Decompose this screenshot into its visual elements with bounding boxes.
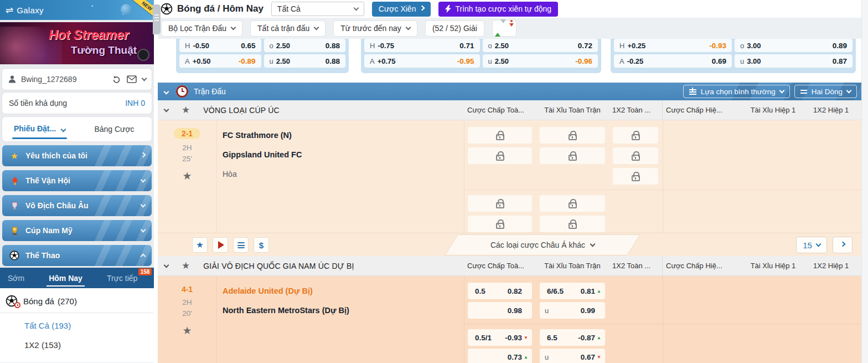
odds-button-hdp-away-line2[interactable]: 0.73▲ — [468, 349, 532, 363]
match-filter-dropdown[interactable]: Bộ Lọc Trận Đấu — [161, 21, 242, 37]
league-favorite-icon[interactable]: ★ — [182, 260, 190, 272]
home-team: FC Strathmore (N) — [223, 127, 464, 146]
refresh-icon[interactable] — [112, 75, 121, 84]
odds-cell[interactable]: H-0.500.65 — [179, 39, 261, 52]
sidebar-item-euro[interactable]: Vô Địch Châu Âu — [2, 195, 152, 216]
live-score: 2-1 — [174, 128, 200, 139]
odds-cell[interactable]: A-0.250.69 — [614, 54, 732, 68]
sort-mode-dropdown[interactable]: Lựa chọn bình thường — [683, 85, 790, 98]
league-name: VÒNG LOẠI CÚP ÚC — [203, 106, 280, 115]
swap-arrows-icon: ⇌ — [6, 4, 13, 16]
chevron-down-icon — [353, 6, 359, 11]
sidebar-item-olympics[interactable]: Thế Vận Hội — [2, 170, 152, 191]
tab-live[interactable]: Trực tiếp 158 — [99, 268, 146, 288]
sidebar-collapse-handle[interactable] — [153, 4, 161, 34]
odds-button-ou-over[interactable]: 6/6.50.81▲ — [540, 283, 605, 299]
display-lines-dropdown[interactable]: Hai Dòng — [794, 85, 857, 98]
section-title: Trận Đấu — [194, 87, 226, 96]
league-count-button[interactable]: (52 / 52) Giải — [425, 21, 484, 37]
banner-subtitle: Tường Thuật — [71, 44, 137, 57]
next-page-button[interactable] — [833, 237, 852, 253]
away-team: North Eastern MetroStars (Dự Bị) — [223, 302, 464, 321]
live-stream-button[interactable] — [213, 237, 228, 253]
odds-cell[interactable]: u3.000.87 — [735, 54, 852, 68]
brand-logo: Galaxy — [17, 6, 44, 15]
odds-cell[interactable]: H+0.25-0.93 — [614, 39, 732, 52]
favorite-button[interactable]: ★ — [192, 237, 208, 253]
away-team: Gippsland United FC — [223, 146, 464, 166]
odds-cell[interactable]: A+0.50-0.89 — [179, 54, 261, 68]
odds-cell[interactable]: o2.500.72 — [483, 39, 598, 52]
odds-button-ou-over-line2[interactable]: 6.5-0.87▲ — [540, 329, 605, 346]
league-collapse-icon[interactable] — [164, 106, 169, 112]
league-header: ★ VÒNG LOẠI CÚP ÚC Cược Chấp Toà... Tài … — [158, 100, 861, 120]
more-asian-bets-dropdown[interactable]: Các loại cược Châu Á khác — [451, 234, 634, 255]
balance-value: INH 0 — [125, 99, 145, 108]
sports-ball-icon — [9, 250, 20, 261]
column-header: Tài Xỉu Toàn Trận — [536, 262, 609, 270]
account-chevron-down-icon[interactable] — [142, 76, 147, 81]
collapse-chevron-icon[interactable] — [164, 89, 169, 94]
chevron-down-icon — [141, 202, 146, 208]
chevron-down-icon — [590, 242, 596, 247]
tab-early[interactable]: Sớm — [0, 268, 32, 288]
odds-sort-toggle[interactable] — [492, 20, 516, 37]
tab-bet-board[interactable]: Bảng Cược — [77, 125, 152, 134]
bet-slip-button[interactable] — [233, 237, 249, 253]
live-score: 4-1 — [158, 284, 216, 294]
brand-header[interactable]: ⇌ Galaxy NEW — [0, 0, 154, 20]
sidebar-item-copa[interactable]: Cúp Nam Mỹ — [2, 220, 152, 241]
trophy-icon — [9, 200, 20, 211]
column-header: Tài Xỉu Toàn Trận — [536, 106, 609, 114]
odds-cell[interactable]: u2.500.88 — [264, 54, 346, 68]
sidebar-item-sports[interactable]: Thể Thao — [2, 245, 152, 266]
all-matches-dropdown[interactable]: Tất cả trận đấu — [250, 21, 326, 37]
odds-button-hdp-home[interactable]: 0.50.82 — [468, 283, 532, 299]
odds-button-ou-under-line2[interactable]: u0.67▼ — [540, 349, 605, 363]
sport-filter-all[interactable]: Tất Cả (193) — [0, 313, 154, 330]
league-favorite-icon[interactable]: ★ — [182, 104, 190, 116]
lock-icon — [496, 134, 504, 140]
match-section-header: Trận Đấu Lựa chọn bình thường Hai Dòng — [158, 83, 861, 100]
rocket-icon — [121, 4, 132, 15]
odds-cell[interactable]: u2.50-0.96 — [483, 54, 598, 68]
sidebar-item-favorites[interactable]: ★ Yêu thích của tôi — [2, 145, 152, 166]
match-favorite-icon[interactable]: ★ — [158, 170, 216, 182]
filter-bar: Bộ Lọc Trận Đấu Tất cả trận đấu Từ trước… — [158, 18, 861, 39]
column-header: Cược Chấp Toà... — [464, 262, 536, 270]
locked-odds-button — [613, 168, 658, 185]
mail-icon[interactable] — [127, 75, 137, 83]
league-select[interactable]: Tất Cả — [271, 2, 364, 16]
locked-odds-button — [468, 147, 532, 164]
odds-cell[interactable]: o3.000.89 — [735, 39, 852, 52]
odds-preview-card: H-0.500.65 o2.500.88 A+0.50-0.89 u2.500.… — [176, 39, 349, 73]
money-line-button[interactable]: $ — [254, 237, 269, 253]
new-badge: NEW — [132, 0, 154, 19]
column-header: Cược Chấp Hiệ... — [662, 100, 736, 120]
chevron-down-icon — [405, 25, 411, 30]
balance-label: Số tiền khả dụng — [9, 99, 125, 108]
star-icon: ★ — [196, 240, 203, 250]
two-lines-icon — [800, 89, 807, 94]
odds-cell[interactable]: o2.500.88 — [264, 39, 346, 52]
tab-today[interactable]: Hôm Nay — [41, 268, 90, 288]
odds-button-hdp-home-line2[interactable]: 0.5/1-0.93▼ — [468, 329, 532, 346]
column-header: 1X2 Hiệp 1 — [810, 106, 861, 114]
topbar: Bóng đá / Hôm Nay Tất Cả Cược Xiên Trình… — [154, 0, 861, 18]
parlay-button[interactable]: Cược Xiên — [372, 2, 431, 17]
odds-button-ou-under[interactable]: u0.99 — [540, 302, 605, 319]
lock-icon — [632, 175, 640, 181]
auto-parlay-button[interactable]: Trình tạo cược xiên tự động — [438, 2, 558, 17]
promo-banner[interactable]: Hot Streamer Tường Thuật — [0, 22, 154, 64]
odds-button-hdp-away[interactable]: 0.98 — [468, 302, 532, 319]
page-size-dropdown[interactable]: 15 — [796, 237, 827, 253]
league-collapse-icon[interactable] — [164, 262, 169, 268]
sport-filter-1x2[interactable]: 1X2 (153) — [0, 330, 154, 350]
odds-cell[interactable]: A+0.75-0.95 — [364, 54, 480, 68]
tab-bet-slip[interactable]: Phiếu Đặt... — [2, 117, 77, 141]
match-favorite-icon[interactable]: ★ — [158, 324, 216, 337]
sport-item-football[interactable]: Bóng đá (270) — [0, 288, 154, 313]
time-range-dropdown[interactable]: Từ trước đến nay — [333, 21, 417, 37]
odds-cell[interactable]: H-0.750.71 — [364, 39, 480, 52]
scrollbar[interactable] — [861, 0, 868, 363]
